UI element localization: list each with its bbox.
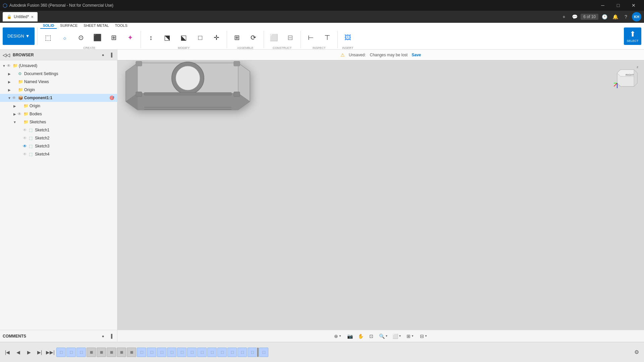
axis-button[interactable]: ⊟	[282, 29, 299, 46]
tab-surface[interactable]: SURFACE	[57, 23, 80, 29]
browser-item-sketch1[interactable]: · 👁 ⬚ Sketch1	[0, 126, 117, 134]
minimize-button[interactable]: ─	[595, 0, 610, 11]
save-button[interactable]: Save	[412, 53, 421, 57]
orbit-button[interactable]: ⊕▼	[332, 331, 344, 341]
section-button[interactable]: ⊤	[319, 29, 335, 46]
comments-more-button[interactable]: ▐	[108, 333, 114, 340]
tl-item-7[interactable]: ▦	[117, 348, 126, 357]
zoom-fit-button[interactable]: ⊡	[367, 331, 376, 341]
vis-icon-doc: ·	[12, 71, 18, 76]
close-tab-button[interactable]: ✕	[31, 15, 34, 19]
browser-item-component1[interactable]: ▼ 👁 📦 Component1:1 🎯	[0, 94, 117, 102]
tl-item-19[interactable]: ⬚	[237, 348, 247, 357]
active-tab[interactable]: 🔒 Untitled* ✕	[3, 12, 38, 21]
tl-item-3[interactable]: ⬚	[76, 348, 86, 357]
joint-button[interactable]: ⊞	[229, 29, 245, 46]
box-button[interactable]: ⬛	[90, 29, 106, 46]
modify-btn3[interactable]: ⬕	[176, 29, 192, 46]
browser-item-sketches[interactable]: ▼ · 📁 Sketches	[0, 118, 117, 126]
tl-item-9[interactable]: ⬚	[137, 348, 146, 357]
tl-item-10[interactable]: ⬚	[147, 348, 156, 357]
titlebar: ⬡ Autodesk Fusion 360 (Personal - Not fo…	[0, 0, 644, 11]
browser-more-button[interactable]: ▐	[108, 52, 114, 58]
tl-item-21[interactable]: ⬚	[259, 348, 268, 357]
view-cube-svg: RIGHT Z	[614, 63, 641, 90]
tl-item-15[interactable]: ⬚	[197, 348, 207, 357]
vis-icon-sketches: ·	[17, 120, 23, 124]
plane-button[interactable]: ⬜	[266, 29, 282, 46]
timeline-play-button[interactable]: ▶	[24, 348, 34, 357]
motion-button[interactable]: ⟳	[246, 29, 262, 46]
user-avatar[interactable]: KH	[632, 12, 641, 21]
tl-item-6[interactable]: ▦	[107, 348, 116, 357]
tl-item-4[interactable]: ▦	[87, 348, 96, 357]
expand-namedviews: ▶	[7, 80, 12, 84]
comments-pin-button[interactable]: ●	[100, 333, 106, 340]
help-button[interactable]: ?	[621, 12, 631, 21]
extrude-button[interactable]: ⬦	[57, 29, 73, 46]
tab-tools[interactable]: TOOLS	[112, 23, 130, 29]
timeline-end-button[interactable]: ▶▶|	[46, 348, 55, 357]
vis-icon-bodies: 👁	[17, 112, 23, 116]
viewport[interactable]: ⚠ Unsaved: Changes may be lost Save	[117, 50, 644, 330]
pan-button[interactable]: ✋	[356, 331, 365, 341]
browser-root[interactable]: ▼ 👁 📁 (Unsaved)	[0, 62, 117, 70]
modify-btn2[interactable]: ⬔	[159, 29, 175, 46]
tl-item-8[interactable]: ▦	[127, 348, 136, 357]
timeline-prev-button[interactable]: ◀	[13, 348, 23, 357]
maximize-button[interactable]: □	[610, 0, 626, 11]
browser-item-sketch2[interactable]: · 👁 ⬚ Sketch2	[0, 134, 117, 142]
browser-item-sketch3[interactable]: · 👁 ⬚ Sketch3	[0, 142, 117, 150]
history-button[interactable]: 🕐	[600, 12, 609, 21]
tab-solid[interactable]: SOLID	[40, 23, 57, 29]
tl-item-14[interactable]: ⬚	[187, 348, 197, 357]
timeline-next-button[interactable]: ▶|	[35, 348, 44, 357]
select-button[interactable]: ⬆ SELECT	[624, 27, 641, 45]
revolve-button[interactable]: ⊙	[73, 29, 89, 46]
insert-image-button[interactable]: 🖼	[340, 29, 356, 46]
tl-item-18[interactable]: ⬚	[227, 348, 237, 357]
design-button[interactable]: DESIGN ▼	[3, 27, 35, 45]
tl-item-17[interactable]: ⬚	[217, 348, 227, 357]
pattern-button[interactable]: ⊞	[106, 29, 122, 46]
tl-item-13[interactable]: ⬚	[177, 348, 186, 357]
browser-item-origin[interactable]: ▶ · 📁 Origin	[0, 86, 117, 94]
display-mode-button[interactable]: ⬜▼	[391, 331, 403, 341]
timeline-settings-button[interactable]: ⚙	[632, 348, 641, 357]
sketch3-label: Sketch3	[35, 144, 114, 148]
view-cube[interactable]: RIGHT Z	[614, 63, 641, 90]
collapse-icon[interactable]: ◁◁	[3, 52, 10, 58]
measure-button[interactable]: ⊢	[303, 29, 319, 46]
tl-item-16[interactable]: ⬚	[207, 348, 217, 357]
timeline-start-button[interactable]: |◀	[3, 348, 12, 357]
modify-btn5[interactable]: ✛	[209, 29, 225, 46]
modify-btn4[interactable]: □	[192, 29, 208, 46]
browser-item-origin-child[interactable]: ▶ · 📁 Origin	[0, 102, 117, 110]
look-at-button[interactable]: 📷	[345, 331, 355, 341]
tl-item-1[interactable]: ⬚	[56, 348, 66, 357]
combine-button[interactable]: ✦	[122, 29, 139, 46]
browser-item-bodies[interactable]: ▶ 👁 📁 Bodies	[0, 110, 117, 118]
tl-item-12[interactable]: ⬚	[167, 348, 176, 357]
grid-button[interactable]: ⊞▼	[404, 331, 416, 341]
browser-item-sketch4[interactable]: · 👁 ⬚ Sketch4	[0, 150, 117, 158]
tl-item-20[interactable]: ⬚	[248, 348, 257, 357]
modify-btn1[interactable]: ↕	[143, 29, 159, 46]
toolbar: DESIGN ▼ SOLID SURFACE SHEET METAL TOOLS…	[0, 23, 644, 50]
close-button[interactable]: ✕	[626, 0, 641, 11]
tl-item-2[interactable]: ⬚	[66, 348, 76, 357]
zoom-button[interactable]: 🔍▼	[377, 331, 389, 341]
new-tab-button[interactable]: +	[559, 12, 569, 21]
browser-pin-button[interactable]: ●	[100, 52, 106, 58]
timeline-items: ⬚ ⬚ ⬚ ▦ ▦ ▦ ▦ ▦ ⬚ ⬚ ⬚ ⬚ ⬚ ⬚ ⬚ ⬚ ⬚ ⬚ ⬚ ⬚ …	[56, 348, 631, 357]
browser-content: ▼ 👁 📁 (Unsaved) ▶ · ⚙ Document Settings …	[0, 60, 117, 330]
tl-item-11[interactable]: ⬚	[157, 348, 166, 357]
browser-item-doc-settings[interactable]: ▶ · ⚙ Document Settings	[0, 70, 117, 78]
new-component-button[interactable]: ⬚	[40, 29, 56, 46]
chat-button[interactable]: 💬	[570, 12, 579, 21]
tab-sheet-metal[interactable]: SHEET METAL	[81, 23, 111, 29]
more-button[interactable]: ⊟▼	[418, 331, 430, 341]
browser-item-named-views[interactable]: ▶ · 📁 Named Views	[0, 78, 117, 86]
tl-item-5[interactable]: ▦	[97, 348, 106, 357]
notifications-button[interactable]: 🔔	[610, 12, 620, 21]
